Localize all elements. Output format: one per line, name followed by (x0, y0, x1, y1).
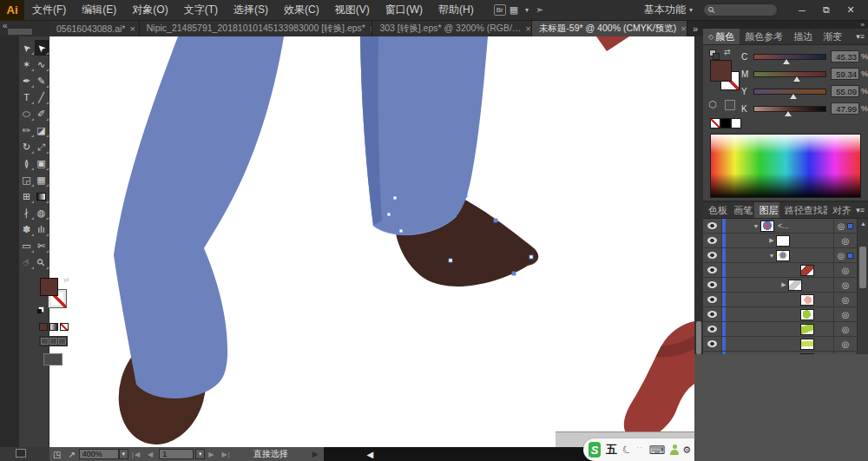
canvas-scrollbar-thumb[interactable] (696, 321, 701, 354)
layer-thumbnail[interactable] (788, 280, 802, 291)
red-wedge-shape[interactable] (596, 36, 629, 51)
anchor-point[interactable] (399, 229, 403, 233)
line-segment-tool[interactable]: ╱ (35, 89, 49, 105)
channel-value-field[interactable]: 45.33 (831, 50, 859, 63)
eyedropper-tool[interactable]: ∤ (20, 205, 34, 221)
layer-row[interactable]: ◎ (703, 307, 857, 322)
layer-row-main[interactable]: ▶ (722, 278, 834, 292)
layer-thumbnail[interactable] (760, 221, 774, 232)
screen-mode-button[interactable] (43, 353, 62, 366)
menu-item[interactable]: 视图(V) (327, 0, 378, 21)
anchor-point[interactable] (512, 272, 516, 275)
lasso-tool[interactable]: ∿ (35, 56, 49, 72)
layer-label[interactable]: <... (778, 221, 789, 230)
width-tool[interactable]: ≬ (20, 155, 34, 171)
layer-thumbnail[interactable] (800, 339, 814, 350)
layer-target-cell[interactable]: ◎ (834, 322, 857, 336)
target-icon[interactable]: ◎ (842, 266, 850, 275)
tools-panel-grip[interactable] (8, 29, 32, 35)
tab-overflow-button[interactable]: » (687, 21, 703, 36)
layer-row[interactable]: ▶◎ (703, 234, 857, 248)
panel-tab[interactable]: 路径查找器 (779, 202, 827, 218)
first-artboard-button[interactable]: |◀ (132, 451, 141, 458)
anchor-point[interactable] (494, 219, 497, 222)
target-icon[interactable]: ◎ (838, 251, 845, 260)
person-icon[interactable] (670, 445, 677, 455)
layer-row[interactable]: ▼◎ (703, 248, 857, 263)
settings-wrench-icon[interactable]: ⚙ (682, 445, 691, 456)
hand-tool[interactable]: ☞ (20, 254, 34, 270)
target-icon[interactable]: ◎ (842, 339, 850, 349)
layers-scrollbar-thumb[interactable] (859, 247, 866, 288)
zoom-tool[interactable]: ⚲ (35, 254, 49, 270)
document-tab[interactable]: 05616043088.ai*× (49, 21, 140, 36)
anchor-point[interactable] (529, 255, 533, 259)
menu-item[interactable]: 帮助(H) (431, 0, 482, 21)
paintbrush-tool[interactable]: ✐ (35, 106, 49, 122)
none-mode-button[interactable] (60, 323, 69, 331)
slider-track[interactable] (753, 71, 826, 77)
artboard-number-field[interactable]: 1 (159, 449, 194, 459)
free-transform-tool[interactable]: ▣ (35, 155, 49, 171)
visibility-toggle[interactable] (703, 322, 722, 336)
last-artboard-button[interactable]: ▶| (221, 451, 230, 458)
draw-inside-button[interactable] (58, 338, 66, 345)
menu-item[interactable]: 文件(F) (24, 0, 74, 21)
panel-menu-icon[interactable]: ▾≡ (852, 202, 868, 218)
black-swatch[interactable] (720, 118, 731, 128)
menu-item[interactable]: 编辑(E) (74, 0, 124, 21)
anchor-point[interactable] (387, 213, 391, 216)
panel-tab[interactable]: 渐变 (818, 29, 847, 44)
panel-tab[interactable]: 描边 (788, 29, 818, 44)
target-icon[interactable]: ◎ (842, 236, 850, 246)
layer-thumbnail[interactable] (800, 309, 814, 320)
layers-scroll-up-icon[interactable]: ▲ (858, 221, 868, 227)
gradient-tool[interactable] (35, 188, 49, 204)
panel-tab[interactable]: 颜色参考 (740, 29, 788, 44)
layer-row[interactable]: ◎ (703, 337, 857, 352)
status-collapse-icon[interactable]: ◀ (367, 450, 374, 459)
visibility-toggle[interactable] (703, 293, 722, 306)
search-box[interactable]: ⚲ (703, 3, 778, 16)
expand-triangle-icon[interactable]: ▼ (767, 253, 776, 259)
next-artboard-button[interactable]: ▶ (208, 451, 214, 458)
target-icon[interactable]: ◎ (842, 310, 850, 319)
eraser-tool[interactable]: ◪ (35, 122, 49, 138)
layer-thumbnail[interactable] (776, 250, 790, 261)
zoom-dropdown-icon[interactable]: ▾ (119, 449, 128, 459)
panel-tab[interactable]: 画笔 (728, 202, 753, 218)
layer-row-main[interactable]: ▶ (722, 234, 834, 247)
selection-tool[interactable]: ➤ (20, 40, 34, 56)
blend-tool[interactable]: ◍ (35, 205, 49, 221)
tab-close-icon[interactable]: × (681, 23, 686, 34)
layer-row-main[interactable] (722, 322, 834, 336)
document-tab[interactable]: Nipic_21485791_20181010145133983000 [转换]… (140, 21, 373, 36)
layer-row-main[interactable] (722, 307, 834, 321)
left-pant-leg-shape[interactable] (114, 36, 284, 398)
target-icon[interactable]: ◎ (842, 295, 850, 305)
menu-item[interactable]: 效果(C) (276, 0, 327, 21)
direct-selection-tool[interactable]: ➤ (35, 40, 49, 56)
expand-triangle-icon[interactable]: ▶ (779, 281, 788, 288)
color-mode-button[interactable] (39, 323, 48, 331)
slider-thumb[interactable] (785, 111, 792, 116)
rotate-tool[interactable]: ↻ (20, 139, 34, 155)
target-icon[interactable]: ◎ (842, 280, 850, 290)
layer-row-main[interactable] (722, 337, 834, 351)
menu-item[interactable]: 选择(S) (226, 0, 276, 21)
layer-row[interactable]: ▶◎ (703, 278, 857, 293)
visibility-toggle[interactable] (703, 248, 722, 262)
slice-tool[interactable]: ✄ (35, 238, 49, 254)
type-tool[interactable]: T (20, 89, 34, 105)
visibility-toggle[interactable] (703, 263, 722, 277)
screen-toggle-icon[interactable]: ◳ (53, 450, 61, 459)
document-tab[interactable]: 303 [转换].eps* @ 3200% (RGB/…× (372, 21, 531, 36)
moon-icon[interactable]: ☾ (621, 442, 635, 457)
sogou-logo-icon[interactable]: S (589, 442, 601, 458)
artboard-tool[interactable]: ▭ (20, 238, 34, 254)
layer-row-main[interactable] (722, 293, 834, 306)
channel-value-field[interactable]: 59.34 (831, 68, 859, 80)
visibility-toggle[interactable] (703, 219, 722, 233)
status-expand-icon[interactable]: ▶ (312, 450, 319, 458)
visibility-toggle[interactable] (703, 337, 722, 351)
